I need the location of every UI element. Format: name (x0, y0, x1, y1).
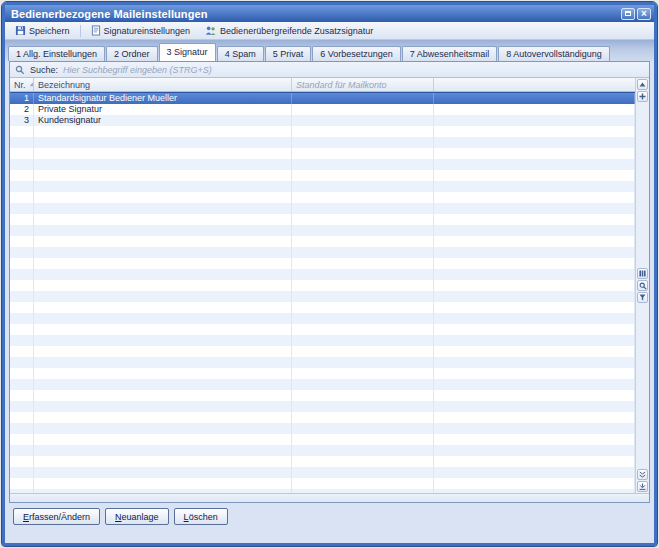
cross-operator-signature-button[interactable]: Bedienerübergreifende Zusatzsignatur (198, 23, 379, 38)
table-row-empty[interactable] (10, 313, 635, 324)
table-row-empty[interactable] (10, 137, 635, 148)
table-row-empty[interactable] (10, 390, 635, 401)
cell-empty (10, 335, 34, 346)
table-row-empty[interactable] (10, 456, 635, 467)
tab-signatur[interactable]: 3 Signatur (159, 43, 216, 61)
table-row-empty[interactable] (10, 445, 635, 456)
table-row-empty[interactable] (10, 126, 635, 137)
table-row-empty[interactable] (10, 225, 635, 236)
table-row-empty[interactable] (10, 368, 635, 379)
table-row-empty[interactable] (10, 159, 635, 170)
cell-empty (292, 214, 434, 225)
close-button[interactable]: × (637, 8, 651, 20)
table-row-empty[interactable] (10, 412, 635, 423)
table-row-empty[interactable] (10, 302, 635, 313)
search-input[interactable] (63, 65, 644, 75)
cell-empty (10, 126, 34, 137)
cell-empty (434, 302, 635, 313)
table-row-empty[interactable] (10, 346, 635, 357)
zoom-search-button[interactable] (637, 280, 648, 291)
cell-empty (34, 181, 292, 192)
cell-empty (292, 456, 434, 467)
erfassen-aendern-button[interactable]: Erfassen/Ändern (13, 508, 100, 525)
cell-empty (434, 258, 635, 269)
scroll-to-end-button[interactable] (637, 481, 648, 492)
tab-strip: 1 Allg. Einstellungen 2 Ordner 3 Signatu… (5, 40, 654, 61)
maximize-button[interactable] (621, 8, 635, 20)
table-row-empty[interactable] (10, 192, 635, 203)
table-row-empty[interactable] (10, 181, 635, 192)
table-row-empty[interactable] (10, 467, 635, 478)
table-row-empty[interactable] (10, 236, 635, 247)
scroll-up-button[interactable] (637, 79, 648, 90)
cell-empty (34, 401, 292, 412)
table-row-empty[interactable] (10, 170, 635, 181)
column-header-filler (434, 78, 635, 91)
columns-icon (639, 270, 646, 277)
table-row[interactable]: 2 Private Signatur (10, 104, 635, 115)
window-bottom-margin (5, 525, 654, 543)
column-header-standard-mailkonto[interactable]: Standard für Mailkonto (292, 78, 434, 91)
page-down-button[interactable] (637, 469, 648, 480)
table-row-empty[interactable] (10, 247, 635, 258)
cell-empty (10, 159, 34, 170)
tab-spam[interactable]: 4 Spam (217, 46, 264, 61)
cell-empty (34, 148, 292, 159)
column-header-bezeichnung[interactable]: Bezeichnung (34, 78, 292, 91)
cell-empty (10, 478, 34, 489)
cell-empty (434, 269, 635, 280)
table-row-empty[interactable] (10, 423, 635, 434)
tab-abwesenheitsmail[interactable]: 7 Abwesenheitsmail (402, 46, 498, 61)
table-row-empty[interactable] (10, 148, 635, 159)
cell-empty (434, 148, 635, 159)
table-row-empty[interactable] (10, 357, 635, 368)
cell-empty (434, 445, 635, 456)
tab-ordner[interactable]: 2 Ordner (106, 46, 158, 61)
table-row-empty[interactable] (10, 269, 635, 280)
tab-allg-einstellungen[interactable]: 1 Allg. Einstellungen (8, 46, 105, 61)
tab-privat[interactable]: 5 Privat (265, 46, 312, 61)
table-row-empty[interactable] (10, 214, 635, 225)
cell-empty (10, 434, 34, 445)
cell-empty (292, 280, 434, 291)
tab-autovervollstaendigung[interactable]: 8 Autovervollständigung (498, 46, 610, 61)
neuanlage-label: Neuanlage (115, 512, 159, 522)
table-row-empty[interactable] (10, 401, 635, 412)
grid-side-rail (635, 78, 649, 493)
table-row-empty[interactable] (10, 291, 635, 302)
table-row-empty[interactable] (10, 478, 635, 489)
cell-empty (34, 467, 292, 478)
table-header: Nr. Bezeichnung Standard für Mailkonto (10, 78, 635, 92)
settings-window: Bedienerbezogene Maileinstellungen × Spe… (2, 2, 657, 546)
filter-button[interactable] (637, 292, 648, 303)
tab-vorbesetzungen[interactable]: 6 Vorbesetzungen (312, 46, 401, 61)
search-label: Suche: (30, 65, 58, 75)
table-row[interactable]: 1 Standardsignatur Bediener Mueller (10, 92, 635, 104)
neuanlage-button[interactable]: Neuanlage (105, 508, 169, 525)
add-row-button[interactable] (637, 91, 648, 102)
cell-empty (10, 423, 34, 434)
cell-empty (292, 269, 434, 280)
cell-empty (10, 313, 34, 324)
column-chooser-button[interactable] (637, 268, 648, 279)
table-row-empty[interactable] (10, 324, 635, 335)
table-row-empty[interactable] (10, 203, 635, 214)
cell-empty (434, 225, 635, 236)
cell-empty (434, 214, 635, 225)
cell-empty (292, 170, 434, 181)
table-row-empty[interactable] (10, 379, 635, 390)
signature-settings-button[interactable]: Signatureinstellungen (85, 23, 197, 38)
cell-empty (34, 346, 292, 357)
loeschen-button[interactable]: Löschen (174, 508, 228, 525)
arrow-up-icon (639, 82, 646, 87)
table-row-empty[interactable] (10, 280, 635, 291)
cell-empty (10, 324, 34, 335)
column-header-nr[interactable]: Nr. (10, 78, 34, 91)
table-row-empty[interactable] (10, 258, 635, 269)
table-row-empty[interactable] (10, 335, 635, 346)
save-button[interactable]: Speichern (9, 23, 76, 38)
table-row-empty[interactable] (10, 434, 635, 445)
table-row[interactable]: 3 Kundensignatur (10, 115, 635, 126)
search-icon (15, 65, 25, 75)
signature-panel: Suche: Nr. Bezeichnung Stan (9, 61, 650, 503)
